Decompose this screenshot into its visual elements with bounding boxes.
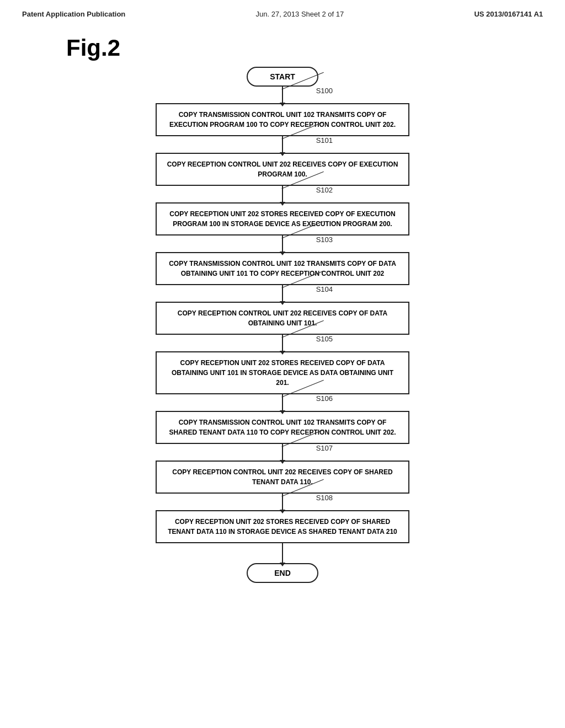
- connector-s105-s106: S106: [282, 394, 283, 411]
- connector-s103-s104: S104: [282, 285, 283, 302]
- step-s103: COPY TRANSMISSION CONTROL UNIT 102 TRANS…: [156, 252, 409, 285]
- flowchart: START S100 COPY TRANSMISSION CONTROL UNI…: [145, 67, 420, 583]
- connector-s100-s101: S101: [282, 136, 283, 153]
- header-center: Jun. 27, 2013 Sheet 2 of 17: [256, 10, 344, 18]
- step-s107: COPY RECEPTION CONTROL UNIT 202 RECEIVES…: [156, 461, 409, 494]
- connector-start-s100: S100: [282, 87, 283, 103]
- step-s101: COPY RECEPTION CONTROL UNIT 202 RECEIVES…: [156, 153, 409, 186]
- step-s104: COPY RECEPTION CONTROL UNIT 202 RECEIVES…: [156, 302, 409, 335]
- connector-s108-end: [282, 543, 283, 563]
- step-s105: COPY RECEPTION UNIT 202 STORES RECEIVED …: [156, 351, 409, 394]
- step-s108: COPY RECEPTION UNIT 202 STORES RECEIVED …: [156, 510, 409, 543]
- step-s100: COPY TRANSMISSION CONTROL UNIT 102 TRANS…: [156, 103, 409, 136]
- connector-s102-s103: S103: [282, 235, 283, 252]
- step-s106: COPY TRANSMISSION CONTROL UNIT 102 TRANS…: [156, 411, 409, 444]
- header-right: US 2013/0167141 A1: [474, 10, 543, 18]
- step-s102: COPY RECEPTION UNIT 202 STORES RECEIVED …: [156, 202, 409, 235]
- connector-s101-s102: S102: [282, 186, 283, 202]
- connector-s104-s105: S105: [282, 335, 283, 351]
- page-header: Patent Application Publication Jun. 27, …: [0, 0, 565, 24]
- fig-title: Fig.2: [66, 35, 120, 61]
- connector-s107-s108: S108: [282, 494, 283, 510]
- header-left: Patent Application Publication: [22, 10, 125, 18]
- diagram-area: Fig.2 START S100 COPY TRANSMISSION CONTR…: [0, 24, 565, 599]
- connector-s106-s107: S107: [282, 444, 283, 461]
